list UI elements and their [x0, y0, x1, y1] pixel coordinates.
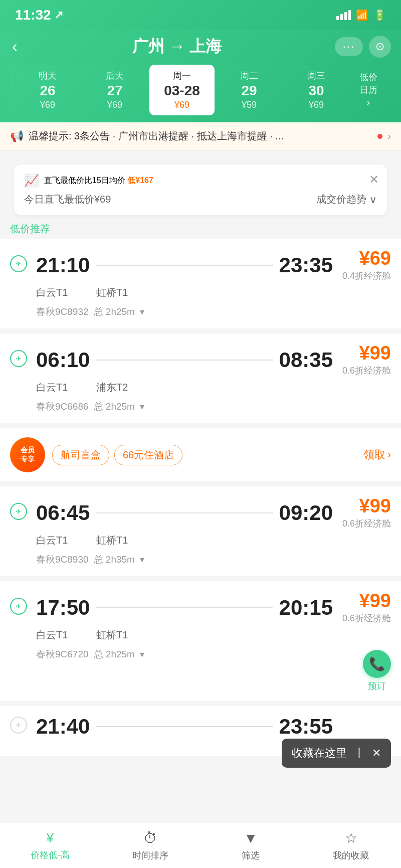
signal-icon — [336, 10, 351, 20]
depart-airport: 白云T1 — [36, 286, 76, 299]
price-tab-label: 价格低-高 — [31, 849, 70, 861]
back-button[interactable]: ‹ — [10, 35, 20, 58]
more-button[interactable]: ··· — [335, 37, 363, 56]
member-badge: 会员 专享 — [10, 437, 45, 472]
close-banner-button[interactable]: ✕ — [369, 172, 379, 187]
flight-card-1[interactable]: ✈ 21:10 23:35 ¥69 0.4折经济舱 白云T1 虹桥T1 春秋9C… — [0, 239, 401, 328]
flight-times: 17:50 20:15 — [36, 597, 333, 618]
member-badge-line1: 会员 — [21, 446, 35, 455]
trend-button[interactable]: 成交价趋势 ∨ — [316, 193, 377, 206]
member-action-button[interactable]: 领取 › — [363, 447, 391, 462]
tab-price[interactable]: ¥ 价格低-高 — [0, 823, 100, 868]
flight-price: ¥99 0.6折经济舱 — [341, 496, 391, 530]
flight-main: ✈ 21:40 23:55 — [10, 716, 391, 737]
expand-icon[interactable]: ▾ — [140, 401, 144, 412]
airline-logo-icon: ✈ — [10, 255, 28, 276]
flight-times: 21:40 23:55 — [36, 716, 333, 737]
price-cabin: 0.4折经济舱 — [341, 270, 391, 282]
price-banner-wrapper: 📈 直飞最低价比15日均价 低¥167 ✕ 今日直飞最低价¥69 成交价趋势 ∨ — [0, 150, 401, 215]
price-cabin: 0.6折经济舱 — [341, 365, 391, 377]
svg-text:✈: ✈ — [16, 721, 22, 729]
depart-time: 06:10 — [36, 350, 90, 371]
tab-favorite[interactable]: ☆ 我的收藏 — [301, 823, 401, 868]
flight-card-4[interactable]: ✈ 17:50 20:15 ¥99 0.6折经济舱 白云T1 虹桥T1 春秋9C… — [0, 581, 401, 701]
arrive-airport: 虹桥T1 — [76, 628, 391, 642]
flight-line — [96, 512, 273, 513]
phone-icon: 📞 — [369, 656, 385, 672]
date-item-tue[interactable]: 周二 29 ¥59 — [217, 65, 282, 115]
date-item-wed[interactable]: 周三 30 ¥69 — [284, 65, 349, 115]
date-item-tomorrow[interactable]: 明天 26 ¥69 — [15, 65, 80, 115]
flight-card-2[interactable]: ✈ 06:10 08:35 ¥99 0.6折经济舱 白云T1 浦东T2 春秋9C… — [0, 333, 401, 423]
flight-detail: 白云T1 虹桥T1 — [10, 628, 391, 642]
flight-line — [96, 360, 273, 361]
arrive-time: 23:55 — [279, 716, 333, 737]
arrive-time: 09:20 — [279, 502, 333, 524]
flight-number: 春秋9C6686 — [36, 400, 89, 413]
flight-line — [96, 607, 273, 608]
date-item-selected[interactable]: 周一 03-28 ¥69 — [149, 65, 215, 115]
expand-icon[interactable]: ▾ — [140, 649, 144, 660]
tooltip: 收藏在这里 丨 ✕ — [282, 739, 391, 768]
filter-tab-label: 筛选 — [242, 849, 260, 861]
flight-duration: 总 2h25m — [94, 400, 135, 413]
depart-airport: 白云T1 — [36, 381, 76, 394]
trend-label: 成交价趋势 — [316, 193, 366, 206]
arrive-time: 23:35 — [279, 255, 333, 276]
price-title-text: 直飞最低价比15日均价 — [44, 176, 125, 185]
target-button[interactable]: ⊙ — [369, 36, 391, 58]
content-area: 📢 温馨提示: 3条公告 · 广州市出港提醒 · 抵达上海市提醒 · ... ›… — [0, 122, 401, 756]
tab-time[interactable]: ⏱ 时间排序 — [100, 823, 200, 868]
tag-airline-box[interactable]: 航司盲盒 — [52, 445, 109, 465]
time-display: 11:32 — [15, 7, 51, 23]
arrive-airport: 虹桥T1 — [76, 534, 391, 547]
favorite-tab-icon: ☆ — [345, 830, 357, 846]
svg-text:✈: ✈ — [16, 355, 22, 363]
expand-icon[interactable]: ▾ — [140, 554, 144, 565]
flight-duration: 总 2h25m — [94, 305, 135, 318]
day-price: ¥59 — [220, 100, 279, 110]
tag-hotel[interactable]: 66元住酒店 — [114, 445, 182, 465]
price-cabin: 0.6折经济舱 — [341, 517, 391, 530]
member-banner[interactable]: 会员 专享 航司盲盒 66元住酒店 领取 › — [0, 428, 401, 481]
notice-bar[interactable]: 📢 温馨提示: 3条公告 · 广州市出港提醒 · 抵达上海市提醒 · ... › — [0, 122, 401, 150]
day-price: ¥69 — [287, 100, 346, 110]
flight-info: 春秋9C6720 总 2h25m ▾ — [10, 648, 391, 661]
tab-filter[interactable]: ▼ 筛选 — [200, 823, 301, 868]
tooltip-separator: 丨 — [354, 746, 365, 761]
price-banner-sub: 今日直飞最低价¥69 成交价趋势 ∨ — [24, 193, 377, 206]
notice-icon: 📢 — [10, 130, 24, 143]
depart-time: 21:40 — [36, 716, 90, 737]
arrive-airport: 虹桥T1 — [76, 286, 391, 299]
airline-logo-icon: ✈ — [10, 598, 28, 618]
filter-tab-icon: ▼ — [244, 830, 258, 846]
expand-icon[interactable]: ▾ — [140, 306, 144, 317]
calendar-arrow-icon: › — [367, 96, 370, 109]
header: ‹ 广州 → 上海 ··· ⊙ 明天 26 ¥69 后天 27 ¥69 周一 0… — [0, 30, 401, 122]
flight-duration: 总 2h25m — [94, 648, 135, 661]
date-item-day-after[interactable]: 后天 27 ¥69 — [82, 65, 147, 115]
calendar-label1: 低价 — [359, 71, 377, 84]
airline-logo-icon: ✈ — [10, 717, 28, 737]
wifi-icon: 📶 — [356, 9, 368, 21]
favorite-tab-label: 我的收藏 — [333, 849, 369, 861]
price-banner-header: 📈 直飞最低价比15日均价 低¥167 — [24, 173, 377, 188]
phone-button-container: 📞 预订 — [363, 650, 391, 692]
day-price: ¥69 — [152, 100, 212, 110]
depart-time: 21:10 — [36, 255, 90, 276]
flight-card-3[interactable]: ✈ 06:45 09:20 ¥99 0.6折经济舱 白云T1 虹桥T1 春秋9C… — [0, 486, 401, 576]
notice-dot — [377, 134, 382, 139]
day-price: ¥69 — [18, 100, 77, 110]
price-today-text: 今日直飞最低价¥69 — [24, 193, 111, 206]
flight-detail: 白云T1 虹桥T1 — [10, 286, 391, 299]
flight-line — [96, 265, 273, 266]
trend-arrow-icon: ∨ — [369, 194, 377, 206]
calendar-button[interactable]: 低价 日历 › — [351, 65, 386, 115]
flight-info: 春秋9C8930 总 2h35m ▾ — [10, 553, 391, 566]
phone-button[interactable]: 📞 — [363, 650, 391, 678]
time-tab-label: 时间排序 — [132, 849, 168, 861]
flight-number: 春秋9C8930 — [36, 553, 89, 566]
day-name: 周三 — [287, 70, 346, 82]
flight-detail: 白云T1 虹桥T1 — [10, 534, 391, 547]
tooltip-close-button[interactable]: ✕ — [372, 747, 381, 760]
